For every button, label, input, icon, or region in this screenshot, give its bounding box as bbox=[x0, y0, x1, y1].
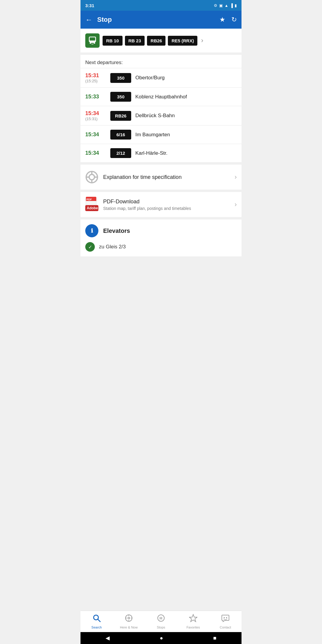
elevator-status-text: zu Gleis 2/3 bbox=[99, 244, 126, 250]
status-time: 3:31 bbox=[85, 3, 94, 8]
elevator-header: ℹ Elevators bbox=[85, 224, 237, 237]
status-check-icon: ✓ bbox=[85, 242, 95, 252]
route-chips: RB 10 RB 23 RB26 RE5 (RRX) › bbox=[103, 36, 203, 46]
chip-rb10[interactable]: RB 10 bbox=[103, 36, 123, 46]
departure-time-1: 15:31 (15:25) bbox=[85, 72, 106, 83]
pdf-card[interactable]: PDF Adobe PDF-Download Station map, tari… bbox=[80, 192, 242, 217]
elevators-card: ℹ Elevators ✓ zu Gleis 2/3 bbox=[80, 219, 242, 256]
settings-icon: ⚙ bbox=[214, 3, 217, 8]
departures-card: Next departures: 15:31 (15:25) 350 Obert… bbox=[80, 55, 242, 162]
lifeguard-icon bbox=[85, 171, 98, 184]
destination: Obertor/Burg bbox=[135, 75, 237, 81]
svg-text:Adobe: Adobe bbox=[87, 206, 98, 210]
page-title: Stop bbox=[97, 16, 219, 24]
pdf-title: PDF-Download bbox=[103, 199, 230, 205]
time-display: 15:33 bbox=[85, 94, 106, 100]
refresh-button[interactable]: ↻ bbox=[231, 16, 237, 24]
status-icons: ⚙ ▣ ▲ ▐ ▮ bbox=[214, 3, 237, 8]
time-display: 15:34 bbox=[85, 110, 106, 117]
table-row[interactable]: 15:34 (15:31) RB26 Dellbrück S-Bahn bbox=[80, 106, 242, 125]
chip-rb26[interactable]: RB26 bbox=[147, 36, 165, 46]
pdf-content: PDF-Download Station map, tariff plan, p… bbox=[103, 199, 230, 211]
elevator-info-icon: ℹ bbox=[91, 227, 93, 234]
table-row[interactable]: 15:33 350 Koblenz Hauptbahnhof bbox=[80, 87, 242, 106]
explanation-chevron: › bbox=[235, 173, 237, 181]
pdf-subtitle: Station map, tariff plan, postings and t… bbox=[103, 206, 230, 211]
back-button[interactable]: ← bbox=[85, 16, 92, 24]
departure-time-5: 15:34 bbox=[85, 150, 106, 156]
departure-time-3: 15:34 (15:31) bbox=[85, 110, 106, 121]
destination: Koblenz Hauptbahnhof bbox=[135, 94, 237, 100]
elevator-title: Elevators bbox=[103, 227, 130, 234]
time-scheduled: (15:25) bbox=[85, 79, 106, 83]
time-display: 15:34 bbox=[85, 150, 106, 156]
svg-text:PDF: PDF bbox=[86, 198, 92, 201]
route-chips-card: RB 10 RB 23 RB26 RE5 (RRX) › bbox=[80, 29, 242, 52]
battery-icon: ▮ bbox=[235, 3, 237, 8]
content: RB 10 RB 23 RB26 RE5 (RRX) › Next depart… bbox=[80, 29, 242, 283]
elevator-icon: ℹ bbox=[85, 224, 98, 237]
pdf-chevron: › bbox=[235, 201, 237, 208]
elevator-status-row: ✓ zu Gleis 2/3 bbox=[85, 242, 237, 252]
svg-rect-4 bbox=[90, 42, 95, 43]
sim-icon: ▣ bbox=[219, 3, 223, 8]
status-bar: 3:31 ⚙ ▣ ▲ ▐ ▮ bbox=[80, 0, 242, 11]
destination: Im Baumgarten bbox=[135, 132, 237, 138]
explanation-title: Explanation for time specification bbox=[103, 174, 230, 180]
departure-time-2: 15:33 bbox=[85, 94, 106, 100]
table-row[interactable]: 15:31 (15:25) 350 Obertor/Burg bbox=[80, 68, 242, 87]
train-icon bbox=[85, 33, 100, 48]
destination: Dellbrück S-Bahn bbox=[135, 113, 237, 119]
route-badge: RB26 bbox=[110, 111, 131, 121]
explanation-card[interactable]: Explanation for time specification › bbox=[80, 165, 242, 190]
explanation-content: Explanation for time specification bbox=[103, 174, 230, 180]
app-header: ← Stop ★ ↻ bbox=[80, 11, 242, 29]
time-display: 15:31 bbox=[85, 72, 106, 79]
svg-rect-6 bbox=[93, 44, 93, 45]
table-row[interactable]: 15:34 2/12 Karl-Härle-Str. bbox=[80, 144, 242, 162]
favorite-button[interactable]: ★ bbox=[219, 16, 225, 24]
svg-point-8 bbox=[89, 174, 95, 180]
pdf-icon: PDF Adobe bbox=[85, 198, 98, 211]
signal-icon: ▐ bbox=[230, 3, 233, 8]
destination: Karl-Härle-Str. bbox=[135, 150, 237, 156]
wifi-icon: ▲ bbox=[225, 3, 228, 8]
more-routes-button[interactable]: › bbox=[201, 37, 203, 44]
svg-rect-1 bbox=[90, 37, 95, 41]
chip-rb23[interactable]: RB 23 bbox=[125, 36, 145, 46]
time-display: 15:34 bbox=[85, 131, 106, 138]
table-row[interactable]: 15:34 6/16 Im Baumgarten bbox=[80, 125, 242, 144]
svg-rect-5 bbox=[92, 44, 92, 45]
route-badge: 350 bbox=[110, 92, 131, 102]
time-scheduled: (15:31) bbox=[85, 117, 106, 121]
route-badge: 2/12 bbox=[110, 148, 131, 158]
chip-re5rrx[interactable]: RE5 (RRX) bbox=[168, 36, 197, 46]
header-actions: ★ ↻ bbox=[219, 16, 237, 24]
departures-header: Next departures: bbox=[80, 55, 242, 68]
departure-time-4: 15:34 bbox=[85, 131, 106, 138]
route-badge: 350 bbox=[110, 73, 131, 83]
route-badge: 6/16 bbox=[110, 130, 131, 140]
